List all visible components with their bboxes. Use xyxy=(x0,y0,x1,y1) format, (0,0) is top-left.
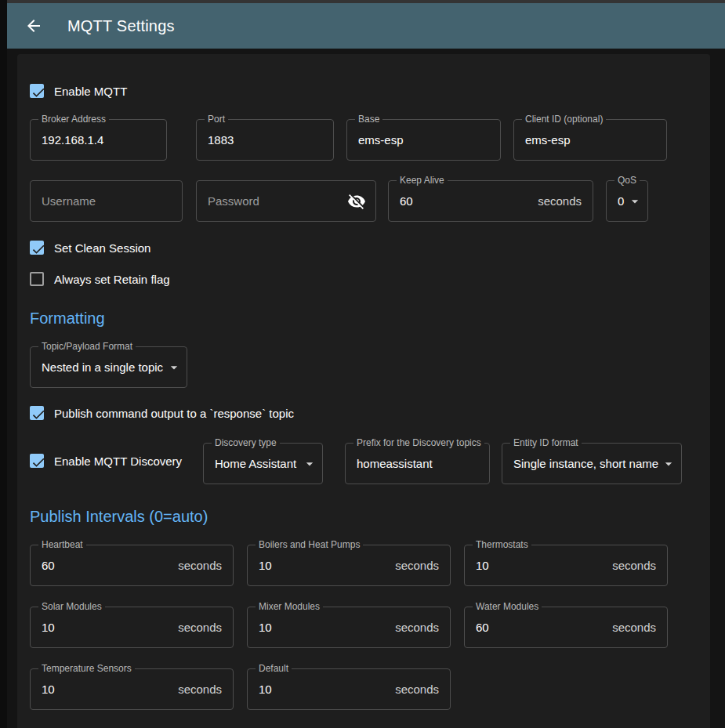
publish-response-label: Publish command output to a `response` t… xyxy=(54,407,294,420)
thermostats-interval-field: Thermostats seconds xyxy=(464,545,668,586)
base-label: Base xyxy=(355,114,382,125)
boilers-interval-input[interactable] xyxy=(248,545,395,585)
formatting-heading: Formatting xyxy=(30,310,698,328)
discovery-row: Enable MQTT Discovery Discovery type Hom… xyxy=(30,443,698,484)
discovery-prefix-field: Prefix for the Discovery topics xyxy=(345,443,490,484)
port-field: Port xyxy=(196,119,334,161)
qos-value: 0 xyxy=(607,194,627,208)
thermostats-interval-input[interactable] xyxy=(465,545,612,585)
solar-interval-field: Solar Modules seconds xyxy=(30,607,234,648)
mixer-interval-input[interactable] xyxy=(248,607,395,647)
clean-session-label: Set Clean Session xyxy=(54,241,150,255)
intervals-grid: Heartbeat seconds Boilers and Heat Pumps… xyxy=(30,545,698,710)
broker-address-label: Broker Address xyxy=(38,114,109,125)
heartbeat-interval-input[interactable] xyxy=(31,545,178,585)
topic-format-select[interactable]: Topic/Payload Format Nested in a single … xyxy=(30,346,187,388)
mixer-interval-unit: seconds xyxy=(395,621,450,634)
chevron-down-icon xyxy=(302,456,317,472)
water-interval-label: Water Modules xyxy=(473,602,542,612)
retain-flag-checkbox[interactable] xyxy=(30,272,44,286)
page-background: Enable MQTT Broker Address Port Base Cli… xyxy=(7,49,725,728)
enable-mqtt-label: Enable MQTT xyxy=(54,85,127,98)
water-interval-input[interactable] xyxy=(465,607,612,647)
heartbeat-interval-field: Heartbeat seconds xyxy=(30,545,234,586)
credentials-row: Keep Alive seconds QoS 0 xyxy=(30,180,698,222)
discovery-type-value: Home Assistant xyxy=(204,457,302,470)
broker-address-input[interactable] xyxy=(31,120,166,160)
entity-format-select[interactable]: Entity ID format Single instance, short … xyxy=(502,443,682,484)
temperature-interval-input[interactable] xyxy=(31,669,178,709)
qos-select[interactable]: QoS 0 xyxy=(606,180,648,222)
discovery-type-select[interactable]: Discovery type Home Assistant xyxy=(203,443,323,484)
entity-format-label: Entity ID format xyxy=(510,438,582,448)
check-icon xyxy=(31,455,46,473)
solar-interval-label: Solar Modules xyxy=(38,602,105,612)
mixer-interval-label: Mixer Modules xyxy=(256,602,323,612)
toggle-password-visibility-button[interactable] xyxy=(347,192,375,211)
boilers-interval-label: Boilers and Heat Pumps xyxy=(256,540,363,550)
password-field xyxy=(196,180,376,222)
discovery-type-label: Discovery type xyxy=(212,438,280,448)
username-field xyxy=(30,180,183,222)
solar-interval-input[interactable] xyxy=(31,607,178,647)
base-input[interactable] xyxy=(347,120,500,160)
base-field: Base xyxy=(346,119,501,161)
client-id-input[interactable] xyxy=(514,120,666,160)
default-interval-field: Default seconds xyxy=(247,668,451,710)
discovery-prefix-label: Prefix for the Discovery topics xyxy=(353,438,484,448)
app-bar: MQTT Settings xyxy=(7,3,725,49)
keep-alive-label: Keep Alive xyxy=(397,176,448,186)
default-interval-unit: seconds xyxy=(395,683,450,696)
client-id-field: Client ID (optional) xyxy=(513,119,667,161)
publish-response-checkbox[interactable] xyxy=(30,406,44,420)
topic-format-label: Topic/Payload Format xyxy=(38,342,136,352)
heartbeat-interval-unit: seconds xyxy=(178,559,233,572)
keep-alive-unit: seconds xyxy=(538,194,593,208)
discovery-prefix-input[interactable] xyxy=(346,444,489,484)
broker-row: Broker Address Port Base Client ID (opti… xyxy=(30,119,698,161)
thermostats-interval-unit: seconds xyxy=(612,559,667,572)
qos-label: QoS xyxy=(614,176,640,186)
chevron-down-icon xyxy=(627,194,643,209)
enable-discovery-checkbox[interactable] xyxy=(30,454,44,468)
broker-address-field: Broker Address xyxy=(30,119,167,161)
chevron-down-icon xyxy=(661,456,676,472)
arrow-left-icon xyxy=(24,16,43,35)
enable-mqtt-checkbox[interactable] xyxy=(30,84,44,98)
solar-interval-unit: seconds xyxy=(178,621,233,634)
keep-alive-input[interactable] xyxy=(389,181,538,221)
client-id-label: Client ID (optional) xyxy=(522,114,606,125)
publish-response-row: Publish command output to a `response` t… xyxy=(30,406,698,420)
eye-off-icon xyxy=(347,192,366,211)
retain-flag-row: Always set Retain flag xyxy=(30,272,698,286)
keep-alive-field: Keep Alive seconds xyxy=(388,180,593,222)
topic-format-value: Nested in a single topic xyxy=(31,360,166,374)
heartbeat-interval-label: Heartbeat xyxy=(38,540,86,550)
boilers-interval-unit: seconds xyxy=(395,559,450,572)
temperature-interval-label: Temperature Sensors xyxy=(38,664,135,674)
mqtt-settings-form: Enable MQTT Broker Address Port Base Cli… xyxy=(17,54,710,728)
thermostats-interval-label: Thermostats xyxy=(473,540,531,550)
port-label: Port xyxy=(205,114,228,125)
back-button[interactable] xyxy=(24,16,43,35)
retain-flag-label: Always set Retain flag xyxy=(54,273,170,286)
water-interval-field: Water Modules seconds xyxy=(464,607,668,648)
check-icon xyxy=(31,85,46,103)
username-input[interactable] xyxy=(31,181,182,221)
clean-session-checkbox[interactable] xyxy=(30,241,44,255)
topic-format-row: Topic/Payload Format Nested in a single … xyxy=(30,346,698,388)
default-interval-label: Default xyxy=(256,664,292,674)
temperature-interval-unit: seconds xyxy=(178,683,233,696)
check-icon xyxy=(31,407,46,426)
enable-discovery-label: Enable MQTT Discovery xyxy=(54,455,182,468)
password-input[interactable] xyxy=(197,181,347,221)
water-interval-unit: seconds xyxy=(612,621,667,634)
temperature-interval-field: Temperature Sensors seconds xyxy=(30,668,234,710)
clean-session-row: Set Clean Session xyxy=(30,241,698,255)
mixer-interval-field: Mixer Modules seconds xyxy=(247,607,451,648)
enable-mqtt-row: Enable MQTT xyxy=(30,84,698,98)
entity-format-value: Single instance, short name xyxy=(502,457,661,470)
port-input[interactable] xyxy=(197,120,333,160)
default-interval-input[interactable] xyxy=(248,669,395,709)
page-title: MQTT Settings xyxy=(67,17,175,35)
